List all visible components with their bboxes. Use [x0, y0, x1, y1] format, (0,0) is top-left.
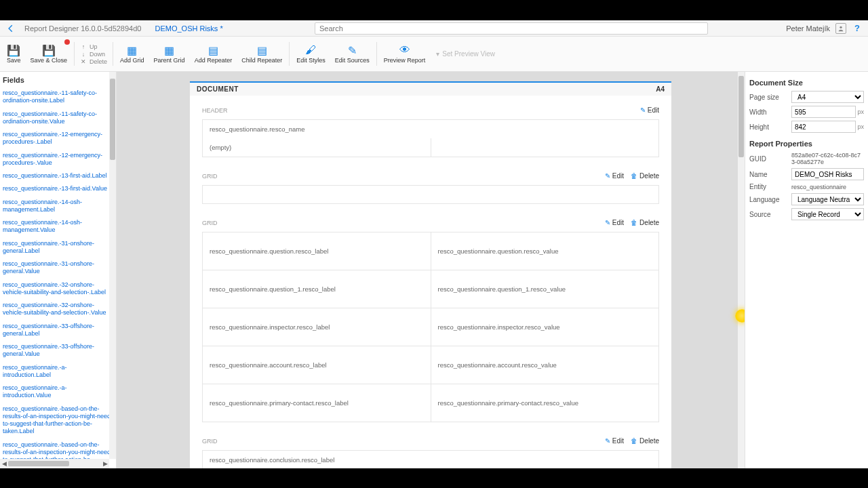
- field-item[interactable]: resco_questionnaire.-12-emergency-proced…: [3, 128, 113, 149]
- grid2-cell-value[interactable]: resco_questionnaire.primary-contact.resc…: [431, 384, 659, 422]
- scroll-right-icon[interactable]: ▶: [101, 460, 109, 467]
- field-item[interactable]: resco_questionnaire.-a-introduction.Valu…: [3, 382, 113, 403]
- language-label: Language: [749, 196, 791, 203]
- field-item[interactable]: resco_questionnaire.-11-safety-co-ordina…: [3, 108, 113, 129]
- child-repeater-button[interactable]: ▤ Child Repeater: [237, 38, 286, 70]
- field-item[interactable]: resco_questionnaire.-11-safety-co-ordina…: [3, 87, 113, 108]
- grid2-cell-label[interactable]: resco_questionnaire.inspector.resco_labe…: [203, 308, 431, 346]
- pencil-icon: ✎: [640, 106, 646, 114]
- name-input[interactable]: [791, 168, 864, 180]
- language-select[interactable]: Language Neutral: [791, 193, 864, 205]
- field-item[interactable]: resco_questionnaire.-13-first-aid.Label: [3, 169, 113, 182]
- grid2-cell-label[interactable]: resco_questionnaire.primary-contact.resc…: [203, 384, 431, 422]
- grid3-cell[interactable]: resco_questionnaire.conclusion.resco_lab…: [203, 451, 658, 468]
- scroll-left-icon[interactable]: ◀: [0, 460, 8, 467]
- help-icon[interactable]: ?: [852, 23, 863, 34]
- fields-header: Fields: [0, 72, 116, 87]
- grid2-cell-value[interactable]: resco_questionnaire.account.resco_value: [431, 346, 659, 384]
- fields-list: resco_questionnaire.-11-safety-co-ordina…: [0, 87, 116, 468]
- grid1-delete-button[interactable]: 🗑Delete: [631, 172, 659, 180]
- name-label: Name: [749, 171, 791, 178]
- grid2-cell-value[interactable]: resco_questionnaire.question.resco_value: [431, 232, 659, 270]
- edit-sources-button[interactable]: ✎ Edit Sources: [331, 38, 374, 70]
- field-item[interactable]: resco_questionnaire.-a-introduction.Labe…: [3, 361, 113, 382]
- trash-icon: 🗑: [631, 219, 637, 226]
- field-item[interactable]: resco_questionnaire.-31-onshore-general.…: [3, 237, 113, 258]
- grid2-row[interactable]: resco_questionnaire.question_1.resco_lab…: [203, 270, 658, 308]
- grid1-block[interactable]: [202, 185, 659, 204]
- add-grid-button[interactable]: ▦ Add Grid: [116, 38, 149, 70]
- grid2-row[interactable]: resco_questionnaire.primary-contact.resc…: [203, 384, 658, 422]
- canvas-vertical-scrollbar[interactable]: [738, 72, 745, 468]
- pencil-icon: ✎: [605, 172, 610, 180]
- fields-panel: Fields resco_questionnaire.-11-safety-co…: [0, 72, 117, 468]
- unsaved-badge: [64, 39, 70, 45]
- fields-vertical-scrollbar[interactable]: [109, 72, 116, 459]
- width-label: Width: [749, 108, 791, 116]
- header-empty-cell[interactable]: (empty): [203, 138, 431, 157]
- field-item[interactable]: resco_questionnaire.-14-osh-management.L…: [3, 196, 113, 217]
- grid1-edit-button[interactable]: ✎Edit: [605, 172, 624, 180]
- grid-icon: ▦: [125, 43, 139, 57]
- search-input[interactable]: [315, 22, 708, 35]
- source-label: Source: [749, 211, 791, 218]
- width-input[interactable]: [791, 106, 856, 118]
- source-select[interactable]: Single Record: [791, 208, 864, 220]
- header-edit-button[interactable]: ✎Edit: [640, 106, 659, 114]
- grid2-row[interactable]: resco_questionnaire.inspector.resco_labe…: [203, 308, 658, 346]
- title-bar: Report Designer 16.0.0-5d52894d0 DEMO_OS…: [0, 20, 868, 37]
- guid-label: GUID: [749, 155, 791, 163]
- fields-horizontal-scrollbar[interactable]: ◀ ▶: [0, 459, 109, 468]
- edit-styles-button[interactable]: 🖌 Edit Styles: [292, 38, 330, 70]
- properties-panel: Document Size Page size A4 Width px Heig…: [745, 72, 868, 468]
- pencil-icon: ✎: [605, 219, 610, 226]
- preview-icon: 👁: [398, 43, 412, 57]
- field-item[interactable]: resco_questionnaire.-32-onshore-vehicle-…: [3, 279, 113, 300]
- user-avatar-icon[interactable]: [835, 23, 846, 34]
- grid3-edit-button[interactable]: ✎Edit: [605, 437, 624, 445]
- grid2-cell-value[interactable]: resco_questionnaire.inspector.resco_valu…: [431, 308, 659, 346]
- reorder-group: ↑Up ↓Down ✕Delete: [77, 38, 110, 70]
- height-input[interactable]: [791, 121, 856, 133]
- user-name: Peter Matejík: [786, 24, 830, 33]
- grid2-row[interactable]: resco_questionnaire.account.resco_labelr…: [203, 346, 658, 384]
- grid3-block[interactable]: resco_questionnaire.conclusion.resco_lab…: [202, 450, 659, 468]
- field-item[interactable]: resco_questionnaire.-12-emergency-proced…: [3, 149, 113, 170]
- field-item[interactable]: resco_questionnaire.-33-offshore-general…: [3, 340, 113, 361]
- child-repeater-icon: ▤: [255, 43, 269, 57]
- save-close-button[interactable]: 💾 Save & Close: [26, 38, 72, 70]
- grid2-edit-button[interactable]: ✎Edit: [605, 219, 624, 226]
- grid2-cell-value[interactable]: resco_questionnaire.question_1.resco_val…: [431, 270, 659, 308]
- grid2-delete-button[interactable]: 🗑Delete: [631, 219, 659, 226]
- grid2-block[interactable]: resco_questionnaire.question.resco_label…: [202, 232, 659, 422]
- field-item[interactable]: resco_questionnaire.-13-first-aid.Value: [3, 182, 113, 195]
- field-item[interactable]: resco_questionnaire.-32-onshore-vehicle-…: [3, 299, 113, 320]
- grid2-cell-label[interactable]: resco_questionnaire.account.resco_label: [203, 346, 431, 384]
- height-label: Height: [749, 123, 791, 131]
- field-item[interactable]: resco_questionnaire.-based-on-the-result…: [3, 403, 113, 439]
- breadcrumb-doc[interactable]: DEMO_OSH Risks *: [155, 24, 222, 33]
- back-button[interactable]: [5, 23, 16, 34]
- page-size-select[interactable]: A4: [791, 91, 864, 103]
- grid3-delete-button[interactable]: 🗑Delete: [631, 437, 659, 445]
- grid2-cell-label[interactable]: resco_questionnaire.question_1.resco_lab…: [203, 270, 431, 308]
- section-label-grid1: GRID: [202, 173, 218, 180]
- design-canvas[interactable]: DOCUMENT A4 HEADER ✎Edit resco_questionn…: [117, 72, 745, 468]
- grid2-cell-label[interactable]: resco_questionnaire.question.resco_label: [203, 232, 431, 270]
- grid2-row[interactable]: resco_questionnaire.question.resco_label…: [203, 232, 658, 270]
- save-close-icon: 💾: [42, 43, 56, 57]
- field-item[interactable]: resco_questionnaire.-14-osh-management.V…: [3, 216, 113, 237]
- repeater-icon: ▤: [206, 43, 220, 57]
- field-item[interactable]: resco_questionnaire.-31-onshore-general.…: [3, 258, 113, 279]
- preview-report-button[interactable]: 👁 Preview Report: [380, 38, 430, 70]
- add-repeater-button[interactable]: ▤ Add Repeater: [191, 38, 237, 70]
- parent-grid-button[interactable]: ▦ Parent Grid: [150, 38, 189, 70]
- field-item[interactable]: resco_questionnaire.-33-offshore-general…: [3, 320, 113, 341]
- save-button[interactable]: 💾 Save: [3, 38, 25, 70]
- set-preview-view: ▾ Set Preview View: [431, 38, 500, 70]
- header-block[interactable]: resco_questionnaire.resco_name (empty): [202, 119, 659, 157]
- header-empty-right[interactable]: [431, 138, 659, 157]
- ribbon-toolbar: 💾 Save 💾 Save & Close ↑Up ↓Down ✕Delete …: [0, 37, 868, 72]
- header-name-cell[interactable]: resco_questionnaire.resco_name: [203, 120, 658, 138]
- sources-icon: ✎: [345, 43, 359, 57]
